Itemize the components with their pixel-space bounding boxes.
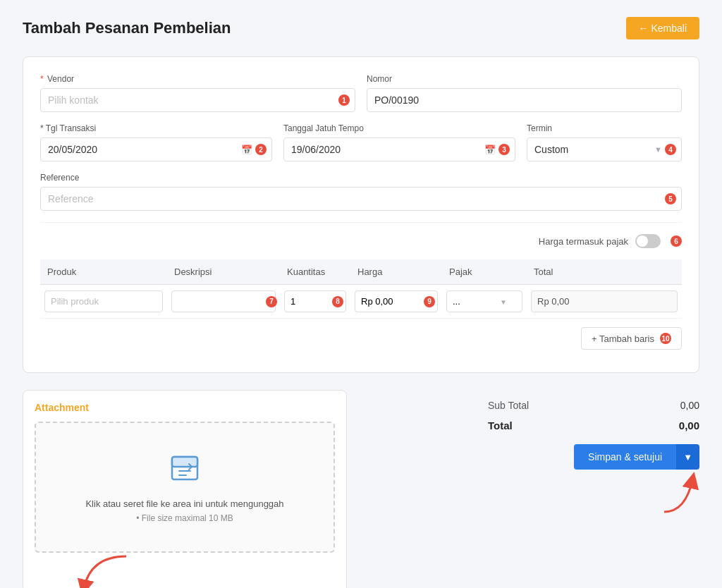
attachment-title: Attachment [35, 402, 335, 413]
termin-group: Termin Custom Net 30 Net 60 Net 90 ▼ 4 [527, 123, 682, 161]
vendor-badge: 1 [338, 94, 350, 106]
cell-kuantitas: 8 [280, 285, 350, 319]
kuantitas-badge-2: 8 [332, 296, 343, 307]
nomor-group: Nomor [367, 74, 682, 112]
page-header: Tambah Pesanan Pembelian ← Kembali [23, 17, 699, 39]
vendor-nomor-row: * Vendor 1 Nomor [40, 74, 682, 112]
add-row-container: + Tambah baris 10 [40, 327, 682, 350]
upload-size: File size maximal 10 MB [50, 513, 319, 523]
cell-pajak: ... PPN 10% PPN 11% ▼ [442, 285, 527, 319]
kuantitas-badge: 7 [266, 296, 277, 307]
arrow-right [650, 466, 706, 515]
deskripsi-input[interactable] [171, 290, 276, 312]
arrow-left-container [35, 553, 335, 581]
cell-deskripsi: 7 [167, 285, 280, 319]
tanggal-jatuh-group: Tanggal Jatuh Tempo 📅 3 [283, 123, 515, 161]
attachment-card: Attachment Klik atau seret file ke area … [23, 390, 347, 588]
total-label: Total [488, 419, 513, 431]
termin-badge: 4 [665, 144, 676, 155]
harga-toggle[interactable] [635, 234, 661, 248]
summary-section: Sub Total 0,00 Total 0,00 Simpan & setuj… [364, 390, 699, 588]
vendor-input[interactable] [40, 88, 355, 112]
reference-label: Reference [40, 173, 682, 183]
termin-select[interactable]: Custom Net 30 Net 60 Net 90 [527, 137, 682, 161]
vendor-label: * Vendor [40, 74, 355, 84]
calendar-icon-1: 📅 [241, 145, 252, 155]
date-row: * Tgl Transaksi 📅 2 Tanggal Jatuh Tempo … [40, 123, 682, 161]
total-input [531, 290, 678, 312]
produk-input[interactable] [44, 290, 163, 312]
sub-total-row: Sub Total 0,00 [488, 396, 699, 415]
add-row-badge: 10 [660, 333, 671, 344]
sub-total-value: 0,00 [680, 400, 699, 411]
page-title: Tambah Pesanan Pembelian [23, 19, 231, 37]
table-body: 7 8 9 [40, 285, 682, 319]
reference-row: Reference 5 [40, 173, 682, 211]
tgl-transaksi-label: * Tgl Transaksi [40, 123, 272, 133]
table-header: Produk Deskripsi Kuantitas Harga Pajak T… [40, 259, 682, 285]
tgl-transaksi-group: * Tgl Transaksi 📅 2 [40, 123, 272, 161]
calendar-icon-2: 📅 [484, 145, 496, 155]
cell-produk [40, 285, 167, 319]
col-deskripsi: Deskripsi [167, 259, 280, 285]
tgl-transaksi-input[interactable] [40, 137, 272, 161]
total-row: Total 0,00 [488, 415, 699, 436]
add-row-button[interactable]: + Tambah baris 10 [581, 327, 682, 350]
svg-rect-1 [172, 457, 197, 467]
reference-badge: 5 [665, 193, 676, 204]
col-produk: Produk [40, 259, 167, 285]
form-card: * Vendor 1 Nomor * Tgl Transaksi [23, 56, 699, 373]
upload-icon [50, 451, 319, 491]
termin-label: Termin [527, 123, 682, 133]
nomor-input[interactable] [367, 88, 682, 112]
total-value: 0,00 [679, 419, 699, 431]
reference-input[interactable] [40, 187, 682, 211]
cell-harga: 9 [350, 285, 442, 319]
cell-total [527, 285, 682, 319]
divider [40, 222, 682, 223]
tanggal-jatuh-input[interactable] [283, 137, 515, 161]
col-kuantitas: Kuantitas [280, 259, 350, 285]
harga-badge-2: 9 [424, 296, 435, 307]
tanggal-badge: 3 [498, 144, 510, 155]
col-pajak: Pajak [442, 259, 527, 285]
toggle-row: Harga termasuk pajak 6 [40, 234, 682, 248]
tgl-badge: 2 [255, 144, 267, 155]
back-button[interactable]: ← Kembali [626, 17, 699, 39]
bottom-section: Attachment Klik atau seret file ke area … [23, 390, 699, 588]
harga-toggle-label: Harga termasuk pajak [539, 236, 628, 247]
tanggal-jatuh-label: Tanggal Jatuh Tempo [283, 123, 515, 133]
vendor-group: * Vendor 1 [40, 74, 355, 112]
arrow-left [77, 553, 133, 588]
pajak-select[interactable]: ... PPN 10% PPN 11% [446, 290, 522, 312]
sub-total-label: Sub Total [488, 400, 529, 411]
harga-badge: 6 [671, 235, 682, 247]
upload-area[interactable]: Klik atau seret file ke area ini untuk m… [35, 422, 335, 553]
col-total: Total [527, 259, 682, 285]
nomor-label: Nomor [367, 74, 682, 84]
product-table: Produk Deskripsi Kuantitas Harga Pajak T… [40, 259, 682, 319]
col-harga: Harga [350, 259, 442, 285]
action-row: Simpan & setujui ▼ [488, 444, 699, 470]
reference-group: Reference 5 [40, 173, 682, 211]
upload-text: Klik atau seret file ke area ini untuk m… [50, 498, 319, 509]
table-row: 7 8 9 [40, 285, 682, 319]
